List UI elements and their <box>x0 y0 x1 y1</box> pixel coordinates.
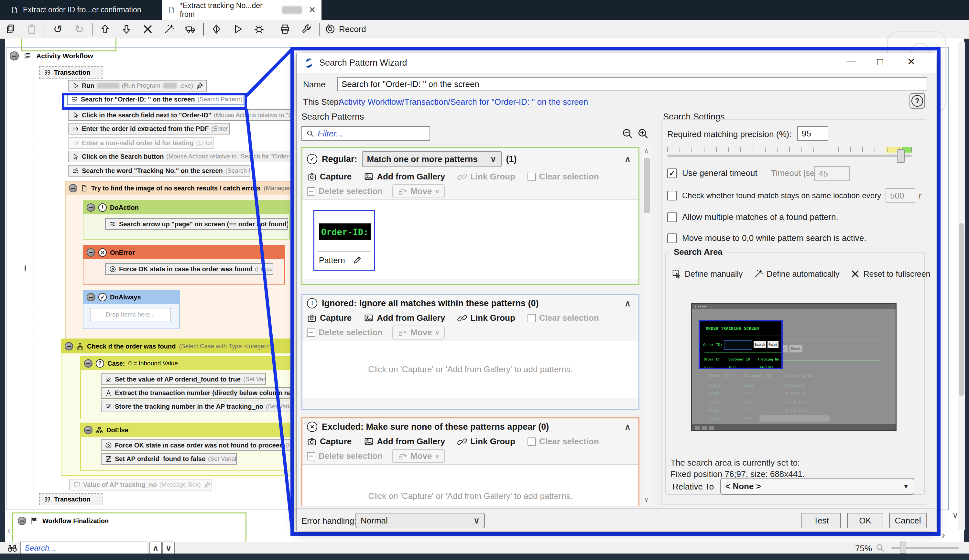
tree-item-search-tracking-no[interactable]: Search the word "Tracking No." on the sc… <box>68 165 250 176</box>
tree-item-workflow-finalization[interactable]: Workflow Finalization <box>13 513 245 528</box>
tree-item-enter-order-id[interactable]: Enter the order id extracted from the PD… <box>68 123 230 135</box>
timeout-input[interactable]: 45 <box>814 166 850 181</box>
tree-item-transaction-2[interactable]: Transaction <box>39 493 103 505</box>
breakpoint-button[interactable] <box>206 21 227 38</box>
capture-button[interactable]: Capture <box>307 172 351 182</box>
delete-selection-button[interactable]: Delete selection <box>307 451 383 461</box>
tree-item-message-box[interactable]: Value of AP tracking_no (Message Box) <box>69 479 211 490</box>
container-header-onerror[interactable]: ✕ OnError <box>83 246 284 259</box>
add-icon[interactable]: + <box>107 38 112 40</box>
collapse-icon[interactable] <box>87 248 95 257</box>
move-mouse-checkbox[interactable] <box>667 233 677 243</box>
precision-input[interactable]: 95 <box>797 126 828 141</box>
tree-item-extract-transaction-number[interactable]: Extract the transaction number (directly… <box>101 387 290 399</box>
paste-button[interactable] <box>22 21 43 38</box>
define-automatically-button[interactable]: Define automatically <box>754 269 839 279</box>
tab-extract-order-id[interactable]: Extract order ID fro...er confirmation <box>5 0 154 20</box>
reset-fullscreen-button[interactable]: Reset to fullscreen <box>850 269 930 279</box>
collapse-icon[interactable] <box>69 184 77 193</box>
container-header-doelse[interactable]: DoElse <box>81 423 290 437</box>
collapse-section-icon[interactable]: ∧ <box>624 298 631 309</box>
tree-item-force-ok-found[interactable]: Force OK state in case the order was fou… <box>105 263 273 275</box>
drop-zone[interactable]: Drop Items here... <box>90 308 171 321</box>
redo-button[interactable]: ↻ <box>68 21 90 38</box>
collapse-icon[interactable] <box>87 293 95 301</box>
clear-selection-button[interactable]: Clear selection <box>528 172 599 182</box>
patterns-scrollbar[interactable]: ∧ ∨ <box>643 147 651 506</box>
tab-close-icon[interactable]: ✕ <box>308 5 316 15</box>
scroll-left-icon[interactable]: ‹ <box>7 525 10 536</box>
collapse-icon[interactable] <box>84 359 93 367</box>
minimize-icon[interactable]: — <box>846 56 856 65</box>
use-timeout-checkbox[interactable]: ✓ <box>667 168 677 178</box>
tree-item-run-program[interactable]: Run (Run Program .exe) <box>68 80 207 91</box>
delete-selection-button[interactable]: Delete selection <box>307 186 383 196</box>
tree-item-set-orderid-true[interactable]: Set the value of AP orderid_found to tru… <box>101 374 266 385</box>
delete-selection-button[interactable]: Delete selection <box>307 327 383 337</box>
clear-selection-button[interactable]: Clear selection <box>528 313 599 323</box>
capture-button[interactable]: Capture <box>307 437 351 447</box>
relative-to-dropdown[interactable]: < None > ▼ <box>720 478 914 495</box>
move-button[interactable]: Move∨ <box>392 184 445 198</box>
vertical-scrollbar-thumb[interactable] <box>959 223 964 396</box>
zoom-slider-thumb[interactable] <box>900 542 906 554</box>
add-from-gallery-button[interactable]: Add from Gallery <box>364 313 445 323</box>
scrollbar-thumb[interactable] <box>644 158 650 213</box>
zoom-in-icon[interactable] <box>637 127 649 140</box>
collapse-icon[interactable] <box>10 52 19 60</box>
link-group-button[interactable]: Link Group <box>457 437 515 447</box>
add-from-gallery-button[interactable]: Add from Gallery <box>364 172 445 182</box>
ok-button[interactable]: OK <box>847 513 883 528</box>
section-excluded-header[interactable]: ✕ Excluded: Make sure none of these patt… <box>302 419 638 433</box>
pattern-card[interactable]: Order-ID: Pattern <box>313 210 375 271</box>
move-up-button[interactable] <box>95 21 116 38</box>
define-manually-button[interactable]: Define manually <box>672 269 743 279</box>
link-group-button[interactable]: Link Group <box>457 172 515 182</box>
scroll-down-icon[interactable]: ∨ <box>644 496 648 504</box>
tree-item-click-search-field[interactable]: Click in the search field next to "Order… <box>68 109 294 121</box>
scroll-up-icon[interactable]: ∧ <box>644 147 648 154</box>
tree-item-transaction[interactable]: Transaction <box>39 66 103 78</box>
cancel-button[interactable]: Cancel <box>889 513 927 528</box>
collapse-icon[interactable] <box>84 426 93 434</box>
link-group-button[interactable]: Link Group <box>457 313 515 323</box>
deliver-button[interactable] <box>180 21 201 38</box>
search-input[interactable]: Search... <box>20 542 147 555</box>
location-checkbox[interactable] <box>667 191 677 201</box>
collapse-icon[interactable] <box>65 342 73 351</box>
maximize-icon[interactable]: □ <box>877 57 883 66</box>
name-input[interactable]: Search for "Order-ID: " on the screen <box>337 77 927 91</box>
collapse-icon[interactable] <box>87 203 95 212</box>
dialog-title-bar[interactable]: Search Pattern Wizard — □ ✕ <box>296 53 936 73</box>
container-header-try-catch[interactable]: Try to find the image of no search resul… <box>66 182 292 194</box>
scroll-down-icon[interactable]: ∨ <box>952 510 958 520</box>
move-button[interactable]: Move∨ <box>392 326 445 339</box>
search-next-button[interactable]: ∨ <box>162 542 175 555</box>
collapse-icon[interactable] <box>18 517 26 525</box>
precision-slider-track[interactable] <box>667 155 912 157</box>
help-button[interactable]: ? <box>909 93 925 109</box>
move-down-button[interactable] <box>116 21 137 38</box>
collapse-section-icon[interactable]: ∧ <box>624 422 631 432</box>
filter-input[interactable]: Filter... <box>301 126 430 141</box>
pin-icon[interactable] <box>196 82 203 90</box>
clear-selection-button[interactable]: Clear selection <box>528 437 599 447</box>
tree-item-enter-nonvalid-id[interactable]: Enter a non-valid order id for testing (… <box>68 137 214 149</box>
capture-button[interactable]: Capture <box>307 313 351 323</box>
settings-label[interactable]: Settings <box>35 38 58 39</box>
pin-filled-icon[interactable] <box>203 481 211 489</box>
container-header-select-case[interactable]: Check if the order was found (Select Cas… <box>62 339 293 353</box>
move-button[interactable]: Move∨ <box>392 449 445 463</box>
test-button[interactable]: Test <box>801 513 841 528</box>
zoom-out-icon[interactable] <box>621 127 634 140</box>
undo-button[interactable]: ↺ <box>47 21 68 38</box>
match-mode-dropdown[interactable]: Match one or more patterns ∨ <box>362 151 502 167</box>
run-button[interactable] <box>227 21 248 38</box>
collapse-section-icon[interactable]: ∧ <box>624 154 631 164</box>
scroll-right-icon[interactable]: › <box>942 530 945 541</box>
tree-item-set-orderid-false[interactable]: Set AP orderid_found to false (Set Varia… <box>101 453 237 465</box>
error-handling-dropdown[interactable]: Normal ∨ <box>355 513 485 528</box>
container-header-case-0[interactable]: ? Case: 0 = Inbound Value <box>81 357 290 370</box>
search-area-highlight[interactable]: ORDER TRACKING SCREEN Order-ID: Search R… <box>699 320 783 369</box>
add-from-gallery-button[interactable]: Add from Gallery <box>364 437 445 447</box>
